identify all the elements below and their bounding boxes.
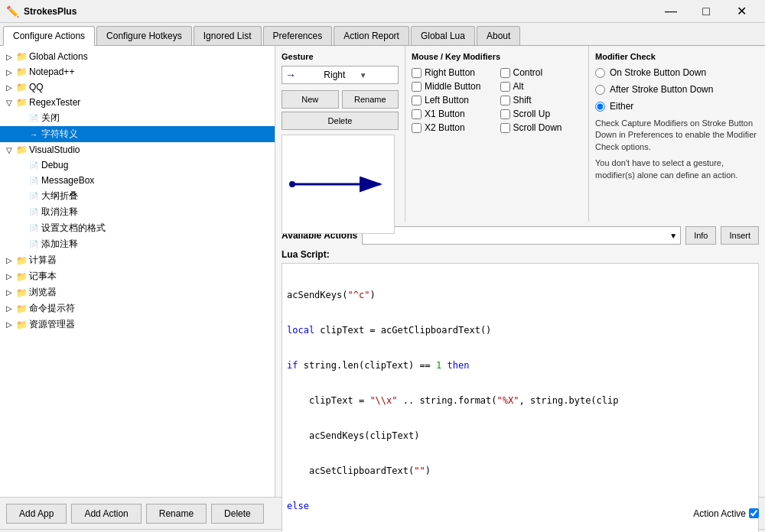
tree-item-regextester[interactable]: ▽ 📁 RegexTester [0, 95, 275, 110]
lower-right: Available Actions ▼ Info Insert Lua Scri… [275, 222, 765, 532]
action-dropdown[interactable]: ▼ [362, 226, 681, 245]
tree-label-ziyuan: 资源管理器 [29, 318, 75, 331]
radio-after-stroke-input[interactable] [595, 85, 605, 95]
minimize-button[interactable]: — [653, 0, 688, 23]
modifier-middle-button: Middle Button [412, 81, 494, 92]
delete-button[interactable]: Delete [211, 504, 264, 524]
tree-toggle-visualstudio[interactable]: ▽ [3, 144, 15, 156]
tree-toggle-global[interactable]: ▷ [3, 50, 15, 63]
tree-label-debug: Debug [41, 160, 68, 170]
tree-item-jisuanqi[interactable]: ▷ 📁 计算器 [0, 252, 275, 268]
tab-configure-actions[interactable]: Configure Actions [3, 26, 95, 46]
tree-label-global: Global Actions [29, 51, 88, 62]
tree-item-quxiaozhu[interactable]: 📄 取消注释 [0, 204, 275, 220]
tree-toggle-regextester[interactable]: ▽ [3, 96, 15, 109]
right-panel: Gesture → Right ▼ New Rename Delete [275, 46, 765, 497]
tree-item-notepad[interactable]: ▷ 📁 Notepad++ [0, 64, 275, 79]
checkbox-x1-button[interactable] [412, 109, 422, 119]
tree-label-tianjiazhu: 添加注释 [41, 238, 78, 251]
add-action-button[interactable]: Add Action [71, 504, 141, 524]
tree-item-jishiben[interactable]: ▷ 📁 记事本 [0, 268, 275, 284]
checkbox-right-button[interactable] [412, 68, 422, 78]
modifier-scroll-up: Scroll Up [500, 109, 583, 119]
new-gesture-button[interactable]: New [282, 90, 339, 109]
tree-item-close[interactable]: 📄 关闭 [0, 110, 275, 126]
radio-after-stroke: After Stroke Button Down [595, 84, 759, 95]
lua-line-6: acSetClipboardText("") [287, 464, 754, 478]
radio-on-stroke-input[interactable] [595, 68, 605, 78]
delete-gesture-button[interactable]: Delete [282, 112, 399, 130]
action-icon-debug: 📄 [28, 159, 40, 171]
modifiers-label: Mouse / Key Modifiers [412, 52, 582, 61]
tree-item-debug[interactable]: 📄 Debug [0, 157, 275, 173]
tab-ignored-list[interactable]: Ignored List [194, 26, 262, 45]
checkbox-left-button[interactable] [412, 96, 422, 105]
action-icon-messagebox: 📄 [28, 174, 40, 187]
action-active-checkbox[interactable] [749, 508, 759, 518]
modifier-shift: Shift [500, 95, 583, 105]
lua-line-1: acSendKeys("^c") [287, 288, 754, 302]
tree-item-messagebox[interactable]: 📄 MessageBox [0, 173, 275, 188]
tree-toggle-liulanqi[interactable]: ▷ [3, 287, 15, 299]
tree-label-zifuzhuan: 字符转义 [41, 128, 78, 141]
tree-item-daganzhedie[interactable]: 📄 大纲折叠 [0, 188, 275, 204]
rename-gesture-button[interactable]: Rename [342, 90, 399, 109]
tree-toggle-ziyuan[interactable]: ▷ [3, 319, 15, 331]
tree-label-jisuanqi: 计算器 [29, 254, 57, 267]
tree-item-mingling[interactable]: ▷ 📁 命令提示符 [0, 300, 275, 316]
rename-button[interactable]: Rename [146, 504, 207, 524]
tree-item-shezhiwendang[interactable]: 📄 设置文档的格式 [0, 220, 275, 236]
action-icon-close: 📄 [28, 112, 40, 125]
tab-action-report[interactable]: Action Report [334, 26, 409, 45]
tree-toggle-jishiben[interactable]: ▷ [3, 271, 15, 283]
folder-icon-notepad: 📁 [15, 66, 28, 78]
checkbox-alt[interactable] [500, 82, 510, 92]
tree-label-visualstudio: VisualStudio [29, 144, 80, 155]
tab-global-lua[interactable]: Global Lua [411, 26, 475, 45]
label-shift: Shift [513, 95, 532, 105]
modifier-x2-button: X2 Button [412, 122, 494, 133]
tree-item-qq[interactable]: ▷ 📁 QQ [0, 79, 275, 95]
tab-configure-hotkeys[interactable]: Configure Hotkeys [96, 26, 192, 45]
label-right-button: Right Button [425, 67, 475, 78]
tree-toggle-mingling[interactable]: ▷ [3, 303, 15, 315]
tab-about[interactable]: About [477, 26, 520, 45]
tree-toggle-notepad[interactable]: ▷ [3, 66, 15, 78]
lua-script-editor[interactable]: acSendKeys("^c") local clipText = acGetC… [282, 263, 759, 532]
label-left-button: Left Button [425, 95, 469, 105]
tree-item-zifuzhuan[interactable]: → 字符转义 [0, 126, 275, 142]
tree-item-global[interactable]: ▷ 📁 Global Actions [0, 49, 275, 64]
label-scroll-up: Scroll Up [513, 109, 551, 119]
checkbox-x2-button[interactable] [412, 123, 422, 133]
tree-item-visualstudio[interactable]: ▽ 📁 VisualStudio [0, 142, 275, 157]
maximize-button[interactable]: □ [688, 0, 724, 23]
tree-item-liulanqi[interactable]: ▷ 📁 浏览器 [0, 284, 275, 300]
gesture-dropdown[interactable]: → Right ▼ [282, 66, 399, 84]
action-dropdown-arrow: ▼ [669, 232, 677, 240]
close-button[interactable]: ✕ [724, 0, 759, 23]
action-icon-daganzhedie: 📄 [28, 190, 40, 203]
modifier-check-section: Modifier Check On Stroke Button Down Aft… [589, 46, 765, 222]
label-scroll-down: Scroll Down [513, 122, 562, 133]
gesture-section: Gesture → Right ▼ New Rename Delete [275, 46, 405, 222]
gesture-icon-zifuzhuan: → [28, 128, 40, 141]
tree-toggle-jisuanqi[interactable]: ▷ [3, 255, 15, 267]
tree-item-ziyuan[interactable]: ▷ 📁 资源管理器 [0, 316, 275, 332]
radio-either-input[interactable] [595, 102, 605, 112]
tab-preferences[interactable]: Preferences [263, 26, 333, 45]
checkbox-shift[interactable] [500, 96, 510, 105]
label-x2-button: X2 Button [425, 122, 465, 133]
add-app-button[interactable]: Add App [6, 504, 67, 524]
folder-icon: 📁 [15, 50, 28, 63]
svg-point-2 [289, 181, 295, 187]
tree-toggle-qq[interactable]: ▷ [3, 81, 15, 93]
checkbox-scroll-up[interactable] [500, 109, 510, 119]
checkbox-control[interactable] [500, 68, 510, 78]
info-button[interactable]: Info [685, 226, 716, 245]
bottom-toolbar-left: Add App Add Action Rename Delete [6, 504, 264, 524]
checkbox-scroll-down[interactable] [500, 123, 510, 133]
checkbox-middle-button[interactable] [412, 82, 422, 92]
tree-panel: ▷ 📁 Global Actions ▷ 📁 Notepad++ ▷ 📁 QQ … [0, 46, 275, 497]
tree-item-tianjiazhu[interactable]: 📄 添加注释 [0, 236, 275, 252]
insert-button[interactable]: Insert [721, 226, 759, 245]
